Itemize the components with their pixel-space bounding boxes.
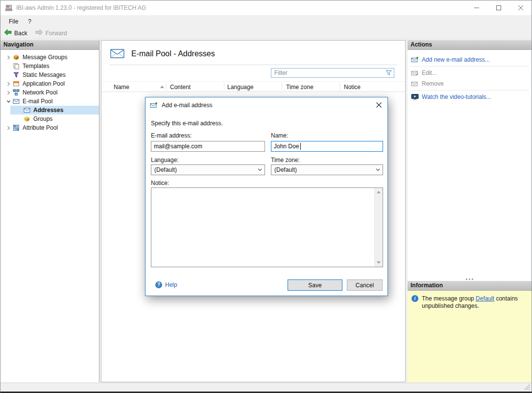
name-field[interactable] (271, 141, 383, 152)
network-icon (12, 89, 20, 96)
column-header-content[interactable]: Content (170, 84, 191, 91)
navigation-panel: Navigation Message Groups (0, 40, 99, 382)
timezone-select[interactable]: (Default) (271, 164, 383, 175)
close-button[interactable] (509, 0, 532, 15)
actions-header: Actions (408, 40, 532, 50)
chevron-right-icon[interactable] (4, 89, 12, 96)
resize-grip-icon[interactable] (525, 385, 530, 390)
envelope-add-icon (150, 102, 158, 109)
sidebar-item-email-pool[interactable]: E-mail Pool (0, 97, 99, 106)
column-header-notice[interactable]: Notice (344, 84, 361, 91)
email-label: E-mail address: (151, 132, 192, 139)
sidebar-item-label: Addresses (33, 107, 63, 114)
column-header-timezone[interactable]: Time zone (286, 84, 314, 91)
chevron-right-icon[interactable] (4, 53, 12, 61)
attribute-grid-icon (12, 124, 20, 132)
divider (410, 90, 530, 91)
right-panel: Actions Add new e-mail address... (408, 40, 532, 382)
help-link[interactable]: Help (155, 281, 177, 288)
sidebar-item-message-groups[interactable]: Message Groups (0, 53, 99, 62)
action-add-email[interactable]: Add new e-mail address... (408, 55, 532, 65)
name-label: Name: (271, 132, 288, 139)
sidebar-item-templates[interactable]: Templates (0, 62, 99, 70)
table-header: Name Content Language Time zone Notice (101, 81, 405, 92)
email-field[interactable] (151, 141, 265, 152)
scroll-down-icon[interactable] (375, 258, 383, 267)
timezone-label: Time zone: (271, 157, 300, 163)
information-header: Information (408, 281, 532, 291)
sidebar-item-application-pool[interactable]: Application Pool (0, 79, 99, 88)
action-remove[interactable]: Remove (408, 79, 532, 89)
cancel-button[interactable]: Cancel (347, 279, 383, 291)
back-arrow-icon (4, 29, 12, 37)
forward-label: Forward (46, 30, 67, 37)
filter-input[interactable] (271, 69, 386, 76)
app-icon (5, 4, 13, 12)
divider (410, 66, 530, 67)
action-edit[interactable]: Edit... (408, 68, 532, 78)
action-label: Remove (422, 80, 444, 87)
page-title: E-mail Pool - Addresses (131, 49, 215, 58)
dialog-title: Add e-mail address (162, 102, 212, 109)
sidebar-item-label: Templates (23, 63, 49, 69)
information-message: The message group Default contains unpub… (422, 295, 527, 310)
sidebar-item-label: E-mail Pool (23, 98, 52, 105)
notice-textarea[interactable] (151, 187, 383, 267)
sidebar-item-label: Attribute Pool (23, 124, 58, 131)
sidebar-item-addresses[interactable]: Addresses (10, 106, 99, 115)
menubar: File ? (0, 15, 532, 27)
templates-icon (12, 62, 20, 70)
back-button[interactable]: Back (4, 29, 27, 37)
action-label: Watch the video-tutorials... (422, 93, 491, 100)
timezone-selected-value: (Default) (271, 166, 373, 173)
sidebar-item-label: Application Pool (23, 80, 65, 87)
sidebar-item-static-messages[interactable]: Static Messages (0, 70, 99, 79)
chevron-placeholder (4, 71, 12, 79)
sidebar-item-label: Message Groups (23, 54, 67, 61)
filter-box (271, 68, 394, 78)
help-label: Help (165, 281, 177, 288)
scrollbar[interactable] (374, 188, 383, 267)
envelope-add-icon (411, 56, 419, 63)
column-header-name[interactable]: Name (114, 84, 129, 91)
toolbar: Back Forward (0, 27, 532, 39)
envelope-icon (23, 106, 31, 114)
minimize-button[interactable] (465, 0, 487, 15)
add-email-dialog: Add e-mail address Specify this e-mail a… (145, 97, 388, 296)
cube-orange-icon (12, 53, 20, 61)
dialog-titlebar: Add e-mail address (145, 97, 387, 113)
notice-label: Notice: (151, 180, 169, 186)
sidebar-item-label: Static Messages (23, 71, 66, 78)
chevron-right-icon[interactable] (4, 80, 12, 88)
forward-button[interactable]: Forward (35, 29, 67, 37)
menu-file[interactable]: File (4, 17, 23, 26)
chevron-down-icon (255, 168, 265, 171)
video-icon (411, 93, 419, 100)
chevron-down-icon[interactable] (4, 97, 12, 105)
dialog-close-icon[interactable] (370, 97, 387, 112)
maximize-button[interactable] (487, 0, 509, 15)
info-icon (411, 295, 418, 302)
sidebar-item-attribute-pool[interactable]: Attribute Pool (0, 123, 99, 132)
scroll-up-icon[interactable] (375, 188, 383, 196)
language-select[interactable]: (Default) (151, 164, 265, 175)
save-button[interactable]: Save (288, 279, 342, 291)
sort-ascending-icon (160, 86, 164, 88)
dialog-description: Specify this e-mail address. (151, 120, 223, 127)
language-selected-value: (Default) (151, 166, 255, 173)
navigation-tree: Message Groups Templates (0, 50, 99, 132)
default-message-group-link[interactable]: Default (476, 295, 494, 302)
text-caret (300, 143, 301, 150)
sidebar-item-groups[interactable]: Groups (0, 115, 99, 123)
sidebar-item-label: Network Pool (23, 89, 57, 96)
column-header-language[interactable]: Language (227, 84, 253, 91)
sidebar-item-network-pool[interactable]: Network Pool (0, 88, 99, 97)
action-watch-video-tutorials[interactable]: Watch the video-tutorials... (408, 92, 532, 102)
forward-arrow-icon (35, 29, 43, 37)
chevron-right-icon[interactable] (4, 124, 12, 132)
status-bar (0, 383, 532, 392)
actions-list: Add new e-mail address... Edit... (408, 50, 532, 275)
filter-row (101, 65, 405, 81)
filter-funnel-icon[interactable] (386, 70, 392, 76)
menu-help[interactable]: ? (23, 17, 36, 26)
